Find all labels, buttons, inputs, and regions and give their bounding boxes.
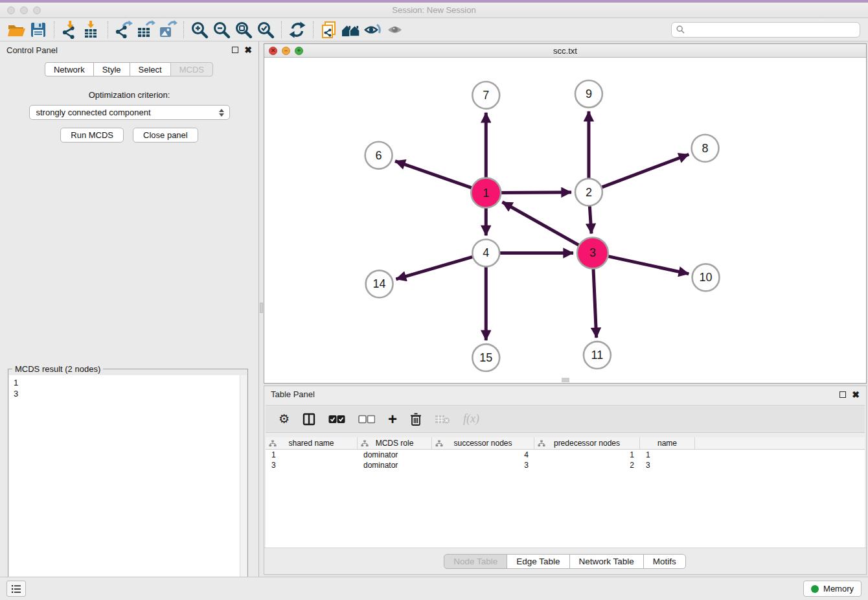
network-window-title: scc.txt [264,46,866,56]
hide-selected-button[interactable] [362,19,384,40]
table-cell[interactable]: 3 [266,460,358,470]
column-header-name[interactable]: name [640,437,695,449]
graph-node-9[interactable]: 9 [575,80,602,108]
task-history-button[interactable] [6,581,26,597]
select-all-checkboxes-icon[interactable] [328,415,345,424]
toolbar-separator [281,21,282,38]
graph-node-10[interactable]: 10 [692,264,720,291]
control-tab-network[interactable]: Network [45,62,94,76]
mcds-tab-content: Optimization criterion: strongly connect… [0,90,258,600]
mcds-result-title: MCDS result (2 nodes) [12,364,103,374]
graph-node-15[interactable]: 15 [472,344,499,371]
control-tab-style[interactable]: Style [93,62,130,76]
graph-node-2[interactable]: 2 [575,179,602,206]
zoom-in-icon [190,20,209,40]
save-session-button[interactable] [27,19,49,40]
zoom-out-button[interactable] [211,19,233,40]
table-tab-motifs[interactable]: Motifs [643,554,686,569]
apply-layout-button[interactable] [286,19,308,40]
divider-grip[interactable] [260,303,263,313]
criterion-dropdown[interactable]: strongly connected component [29,105,230,120]
close-table-panel-icon[interactable]: ✖ [852,391,860,398]
control-panel-tabs: NetworkStyleSelectMCDS [0,62,258,76]
table-cell[interactable]: 1 [640,450,695,460]
table-header-row: shared nameMCDS rolesuccessor nodesprede… [266,437,865,450]
float-table-panel-icon[interactable] [839,391,846,398]
graph-node-1[interactable]: 1 [471,178,501,208]
export-image-button[interactable] [157,19,179,40]
zoom-fit-button[interactable] [233,19,255,40]
export-network-icon [114,20,133,40]
column-header-predecessor-nodes[interactable]: predecessor nodes [534,437,640,449]
clone-network-icon [319,20,339,40]
table-row[interactable]: 3dominator323 [266,460,865,470]
split-pane-divider[interactable] [259,41,264,577]
column-header-MCDS-role[interactable]: MCDS role [358,437,432,449]
table-cell[interactable]: 1 [534,450,640,460]
table-tab-network-table[interactable]: Network Table [569,554,644,569]
export-network-button[interactable] [113,19,135,40]
add-column-icon[interactable]: + [388,413,397,426]
table-cell[interactable]: dominator [358,460,432,470]
table-cell[interactable]: 4 [432,450,534,460]
control-tab-select[interactable]: Select [130,62,171,76]
control-panel: Control Panel ✖ NetworkStyleSelectMCDS O… [0,41,259,577]
graph-node-14[interactable]: 14 [366,270,393,297]
table-tab-edge-table[interactable]: Edge Table [507,554,569,569]
zoom-selected-button[interactable] [255,19,277,40]
graph-node-11[interactable]: 11 [584,341,611,369]
float-panel-icon[interactable] [232,47,238,53]
graph-edge-2-8[interactable] [589,154,689,192]
graph-node-4[interactable]: 4 [472,239,499,266]
close-panel-button[interactable]: Close panel [133,128,198,143]
graph-node-3[interactable]: 3 [577,237,608,268]
import-network-icon [60,20,80,40]
column-tree-icon [361,440,369,447]
svg-text:4: 4 [483,246,489,259]
open-file-button[interactable] [5,19,27,40]
table-cell[interactable]: 1 [266,450,358,460]
table-row[interactable]: 1dominator411 [266,450,865,460]
network-graph[interactable]: 7968124314101511 [264,58,866,383]
close-panel-icon[interactable]: ✖ [244,47,252,53]
svg-text:3: 3 [589,246,596,259]
network-window-titlebar[interactable]: ✕ – + scc.txt [264,44,866,58]
column-header-successor-nodes[interactable]: successor nodes [432,437,534,449]
graph-node-7[interactable]: 7 [472,82,499,109]
column-tree-icon [538,440,545,447]
clone-network-button[interactable] [318,19,340,40]
mcds-result-fieldset: MCDS result (2 nodes) 1 3 [8,369,248,600]
table-mode-gear-icon[interactable]: ⚙ [279,411,290,426]
export-table-button[interactable] [135,19,157,40]
show-column-icon[interactable] [303,413,315,426]
deselect-all-checkboxes-icon[interactable] [358,415,375,424]
table-panel-title: Table Panel [271,389,315,399]
import-table-icon [82,20,102,40]
control-tab-mcds[interactable]: MCDS [170,62,213,76]
first-neighbors-button[interactable] [340,19,362,40]
search-box[interactable] [671,22,860,38]
window-resize-grip[interactable] [562,378,569,382]
table-cell[interactable]: dominator [358,450,432,460]
svg-text:10: 10 [700,271,713,284]
table-cell[interactable]: 3 [640,460,695,470]
show-all-button[interactable] [384,19,406,40]
run-mcds-button[interactable]: Run MCDS [60,128,124,143]
open-folder-icon [6,20,26,40]
column-header-shared-name[interactable]: shared name [266,437,358,449]
graph-node-6[interactable]: 6 [365,142,393,169]
mcds-result-list[interactable]: 1 3 [9,375,240,600]
table-tab-node-table[interactable]: Node Table [444,554,507,569]
table-cell[interactable]: 2 [534,460,640,470]
search-input[interactable] [688,25,855,34]
graph-node-8[interactable]: 8 [692,135,719,162]
import-table-button[interactable] [81,19,103,40]
result-scrollbar[interactable] [240,375,247,600]
memory-status-dot [811,585,819,593]
import-network-button[interactable] [59,19,81,40]
delete-column-icon[interactable] [410,413,422,426]
table-cell[interactable]: 3 [432,460,534,470]
zoom-in-button[interactable] [188,19,211,40]
network-canvas[interactable]: 7968124314101511 [264,58,866,383]
memory-button[interactable]: Memory [803,581,862,597]
